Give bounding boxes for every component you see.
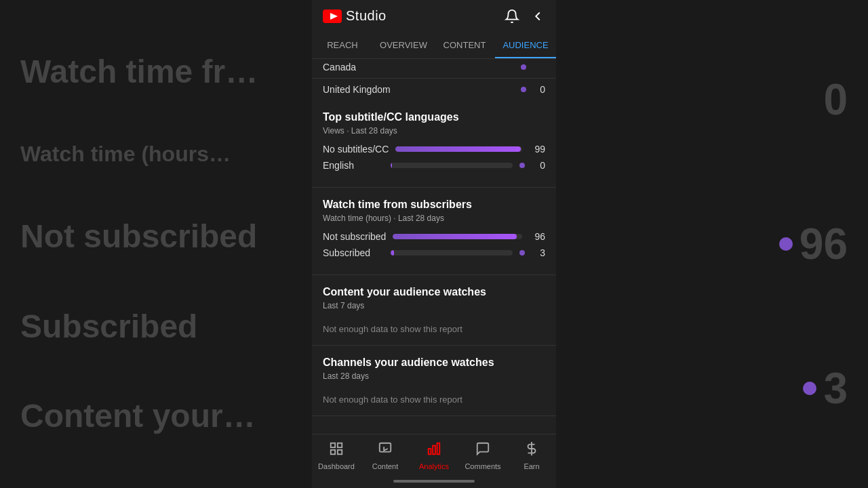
- back-button[interactable]: [530, 9, 545, 24]
- bg-text-4: Subscribed: [20, 306, 292, 348]
- tab-content[interactable]: CONTENT: [434, 32, 495, 58]
- no-subtitles-bar-container: [395, 146, 522, 152]
- bg-num-2: 96: [800, 219, 848, 269]
- nav-comments[interactable]: Comments: [458, 434, 507, 474]
- watchtime-section-subtitle: Watch time (hours) · Last 28 days: [323, 214, 545, 223]
- content-nav-label: Content: [372, 462, 399, 470]
- content-area[interactable]: Canada United Kingdom 0 Top subtitle/CC …: [312, 59, 556, 434]
- svg-rect-4: [331, 450, 335, 454]
- watchtime-section-title: Watch time from subscribers: [323, 199, 545, 211]
- subtitle-section: Top subtitle/CC languages Views · Last 2…: [312, 100, 556, 188]
- not-subscribed-value: 96: [529, 231, 545, 242]
- uk-dot: [521, 87, 526, 92]
- subscribed-dot: [519, 250, 525, 256]
- comments-label: Comments: [465, 462, 500, 470]
- subtitle-section-subtitle: Views · Last 28 days: [323, 126, 545, 136]
- nav-earn[interactable]: Earn: [507, 434, 556, 474]
- english-bar-container: [391, 163, 513, 168]
- bg-dot-3: [803, 382, 816, 395]
- not-subscribed-label: Not subscribed: [323, 231, 386, 242]
- content-watches-section: Content your audience watches Last 7 day…: [312, 275, 556, 346]
- earn-label: Earn: [524, 462, 539, 470]
- tab-reach[interactable]: REACH: [312, 32, 373, 58]
- content-icon: [378, 441, 393, 460]
- analytics-icon: [427, 441, 441, 460]
- bg-num-3: 3: [823, 363, 848, 413]
- svg-rect-9: [437, 443, 440, 455]
- uk-label: United Kingdom: [323, 84, 391, 95]
- tabs-bar: REACH OVERVIEW CONTENT AUDIENCE: [312, 32, 556, 59]
- no-subtitles-bar: [395, 146, 521, 152]
- bg-num-1: 0: [823, 75, 848, 125]
- analytics-label: Analytics: [419, 462, 449, 470]
- bg-text-5: Content your…: [20, 395, 292, 437]
- english-value: 0: [529, 160, 545, 171]
- svg-rect-8: [433, 445, 435, 454]
- channels-watches-section: Channels your audience watches Last 28 d…: [312, 346, 556, 416]
- english-bar: [391, 163, 392, 168]
- phone-panel: Studio REACH OVERVIEW CONTENT AUDIENCE: [312, 0, 556, 488]
- logo-area: Studio: [323, 8, 387, 24]
- subtitle-section-title: Top subtitle/CC languages: [323, 111, 545, 123]
- bg-text-3: Not subscribed: [20, 216, 292, 258]
- canada-dot: [521, 64, 526, 70]
- english-dot: [519, 163, 525, 168]
- earn-icon: [524, 441, 539, 460]
- header: Studio: [312, 0, 556, 32]
- background-left: Watch time fr… Watch time (hours… Not su…: [0, 0, 312, 488]
- watchtime-section: Watch time from subscribers Watch time (…: [312, 188, 556, 275]
- subscribed-bar-container: [391, 250, 513, 256]
- dashboard-icon: [329, 441, 344, 460]
- nav-analytics[interactable]: Analytics: [410, 434, 458, 474]
- bottom-nav: Dashboard Content Analytics: [312, 434, 556, 474]
- bg-text-2: Watch time (hours…: [20, 140, 292, 169]
- comments-icon: [475, 441, 490, 460]
- no-subtitles-value: 99: [529, 144, 545, 155]
- home-indicator: [312, 474, 556, 488]
- english-row: English 0: [323, 160, 545, 171]
- english-label: English: [323, 160, 384, 171]
- subscribed-row: Subscribed 3: [323, 247, 545, 258]
- content-watches-subtitle: Last 7 days: [323, 301, 545, 310]
- dashboard-label: Dashboard: [318, 462, 355, 470]
- svg-rect-7: [429, 449, 431, 454]
- no-subtitles-label: No subtitles/CC: [323, 144, 389, 155]
- content-watches-no-data: Not enough data to show this report: [323, 319, 545, 334]
- not-subscribed-bar: [393, 234, 517, 239]
- content-watches-title: Content your audience watches: [323, 286, 545, 298]
- svg-rect-3: [338, 443, 342, 447]
- canada-label: Canada: [323, 62, 356, 73]
- home-bar: [393, 480, 475, 483]
- canada-right: [521, 64, 545, 70]
- nav-content[interactable]: Content: [361, 434, 410, 474]
- subscribed-bar: [391, 250, 394, 256]
- canada-row: Canada: [312, 59, 556, 79]
- svg-rect-5: [338, 450, 342, 454]
- channels-watches-title: Channels your audience watches: [323, 357, 545, 369]
- tab-audience[interactable]: AUDIENCE: [495, 32, 556, 58]
- svg-rect-2: [331, 443, 335, 447]
- channels-watches-no-data: Not enough data to show this report: [323, 389, 545, 405]
- youtube-logo-icon: [323, 9, 342, 23]
- tab-overview[interactable]: OVERVIEW: [373, 32, 434, 58]
- bg-dot-2: [779, 237, 793, 251]
- not-subscribed-bar-container: [393, 234, 522, 239]
- no-subtitles-row: No subtitles/CC 99: [323, 144, 545, 155]
- bg-text-1: Watch time fr…: [20, 51, 292, 93]
- app-title: Studio: [346, 8, 387, 24]
- uk-value: 0: [532, 84, 545, 95]
- subscribed-value: 3: [529, 247, 545, 258]
- background-right: 0 96 3: [556, 0, 868, 488]
- notifications-button[interactable]: [505, 9, 519, 24]
- header-icons: [505, 9, 545, 24]
- uk-row: United Kingdom 0: [312, 79, 556, 100]
- channels-watches-subtitle: Last 28 days: [323, 371, 545, 381]
- not-subscribed-row: Not subscribed 96: [323, 231, 545, 242]
- uk-right: 0: [521, 84, 545, 95]
- nav-dashboard[interactable]: Dashboard: [312, 434, 361, 474]
- subscribed-label: Subscribed: [323, 247, 384, 258]
